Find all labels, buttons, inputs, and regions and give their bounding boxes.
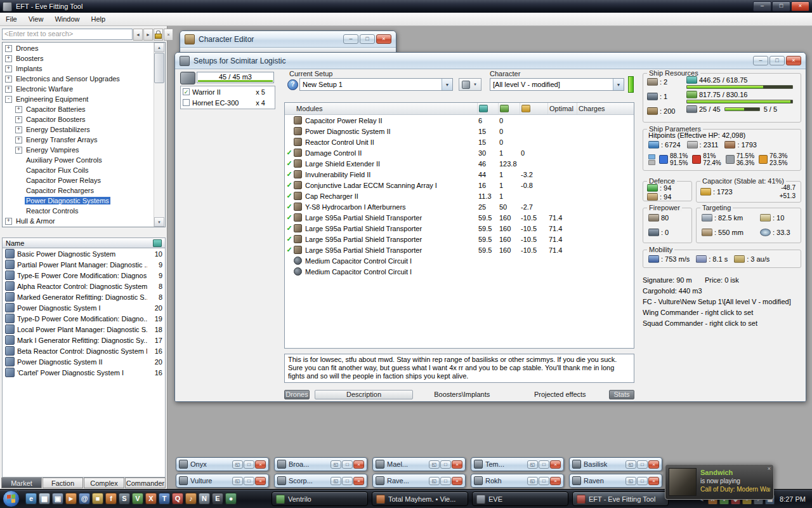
collapse-icon[interactable]: - — [5, 96, 12, 103]
character-editor-titlebar[interactable]: Character Editor – □ × — [180, 31, 396, 48]
steam-icon[interactable]: S — [119, 493, 130, 504]
footer-tab-4[interactable]: Projected effects — [511, 390, 610, 399]
menu-item-file[interactable]: File — [0, 13, 23, 25]
ventrilo-icon[interactable]: V — [132, 493, 143, 504]
restore-button[interactable]: ◱ — [331, 477, 341, 485]
restore-button[interactable]: ◱ — [429, 460, 440, 469]
expand-icon[interactable]: + — [5, 65, 12, 72]
tree-item[interactable]: +Propulsion — [3, 226, 154, 227]
firefox-icon[interactable]: f — [105, 493, 117, 504]
minimize-button[interactable]: – — [753, 56, 768, 65]
module-row[interactable]: Power Diagnostic System II150 — [285, 126, 634, 137]
search-input[interactable]: <Enter text to search> — [2, 29, 133, 40]
list-item[interactable]: Partial Power Plant Manager: Diagnostic … — [3, 259, 165, 270]
fitting-tools-button[interactable]: ▼ — [459, 78, 481, 91]
tree-item[interactable]: +Energy Transfer Arrays — [3, 135, 154, 145]
tree-item[interactable]: +Implants — [3, 64, 154, 74]
tree-item[interactable]: +Hull & Armor — [3, 216, 154, 226]
tab-faction[interactable]: Faction — [43, 478, 83, 488]
module-row[interactable]: ✓Large S95a Partial Shield Transporter59… — [285, 234, 634, 244]
lock-icon[interactable] — [154, 29, 163, 41]
scroll-up-icon[interactable]: ▲ — [154, 43, 164, 52]
maximize-button[interactable]: □ — [637, 477, 648, 485]
maximize-button[interactable]: □ — [342, 477, 353, 485]
tree-item[interactable]: Reactor Controls — [3, 206, 154, 216]
maximize-button[interactable]: □ — [539, 460, 549, 469]
notepad-icon[interactable]: N — [199, 493, 210, 504]
tab-commander[interactable]: Commander — [125, 478, 166, 488]
character-select[interactable]: [All level V - modified] ▼ — [490, 78, 624, 91]
module-row[interactable]: Medium Capacitor Control Circuit I — [285, 255, 634, 266]
tab-market[interactable]: Market — [1, 478, 42, 488]
list-item[interactable]: Marked Generator Refitting: Diagnostic S… — [3, 291, 165, 302]
eve-icon[interactable]: E — [212, 493, 223, 504]
tab-complex[interactable]: Complex — [84, 478, 124, 488]
expand-icon[interactable]: + — [15, 106, 22, 113]
minimized-window[interactable]: Basilisk◱□× — [569, 457, 662, 471]
close-button[interactable]: × — [376, 34, 391, 44]
search-next-button[interactable]: ► — [143, 29, 153, 41]
checkbox[interactable]: ✓ — [183, 88, 190, 95]
show-desktop-icon[interactable]: ▦ — [39, 493, 50, 504]
tree-item[interactable]: +Energy Vampires — [3, 145, 154, 155]
media-player-icon[interactable]: ► — [65, 493, 77, 504]
chevron-down-icon[interactable]: ▼ — [442, 79, 452, 90]
close-button[interactable]: × — [648, 477, 659, 485]
internet-explorer-icon[interactable]: e — [25, 493, 37, 504]
expand-icon[interactable]: + — [5, 55, 12, 62]
tree-item[interactable]: Capacitor Flux Coils — [3, 165, 154, 175]
help-icon[interactable]: ? — [287, 79, 298, 90]
setups-titlebar[interactable]: Setups for Scimitar Logistic – □ × — [175, 53, 806, 69]
expand-icon[interactable]: + — [15, 126, 22, 133]
close-button[interactable]: × — [255, 460, 266, 469]
list-item[interactable]: Basic Power Diagnostic System10 — [3, 248, 165, 259]
restore-button[interactable]: ◱ — [429, 477, 440, 485]
checkbox[interactable] — [183, 99, 190, 106]
task-button[interactable]: Total Mayhem. • Vie... — [372, 491, 468, 506]
close-button[interactable]: × — [452, 477, 462, 485]
minimized-window[interactable]: Tem...◱□× — [471, 457, 564, 471]
module-row[interactable]: ✓Large S95a Partial Shield Transporter59… — [285, 212, 634, 223]
expand-icon[interactable]: + — [5, 45, 12, 52]
list-item[interactable]: Type-E Power Core Modification: Diagnos.… — [3, 270, 165, 281]
tree-item[interactable]: +Electronic Warfare — [3, 84, 154, 94]
list-item[interactable]: Alpha Reactor Control: Diagnostic System… — [3, 281, 165, 291]
close-button[interactable]: × — [353, 460, 364, 469]
maximize-button[interactable]: □ — [440, 477, 451, 485]
browser-icon[interactable]: ● — [225, 493, 237, 504]
tree-scrollbar[interactable]: ▲ ▼ — [154, 43, 165, 227]
footer-tab-1[interactable]: Drones — [284, 390, 310, 399]
tree-item[interactable]: +Energy Destabilizers — [3, 124, 154, 135]
list-item[interactable]: Power Diagnostic System II20 — [3, 356, 165, 367]
task-button[interactable]: EFT - Eve Fitting Tool — [572, 491, 669, 506]
tree-item[interactable]: -Engineering Equipment — [3, 94, 154, 104]
restore-button[interactable]: ◱ — [625, 477, 636, 485]
modules-table-header[interactable]: Modules Optimal Charges — [285, 103, 634, 115]
close-button[interactable]: × — [791, 1, 809, 11]
close-button[interactable]: × — [648, 460, 659, 469]
module-row[interactable]: ✓Conjunctive Ladar ECCM Scanning Array I… — [285, 180, 634, 190]
menu-item-window[interactable]: Window — [49, 13, 85, 25]
menu-item-help[interactable]: Help — [86, 13, 112, 25]
module-row[interactable]: Capacitor Power Relay II60 — [285, 115, 634, 126]
switch-windows-icon[interactable]: ▣ — [52, 493, 63, 504]
search-clear-button[interactable]: × — [164, 29, 173, 41]
minimized-window[interactable]: Rave...◱□× — [372, 474, 466, 488]
xfire-notification[interactable]: × Sandwich is now playing Call of Duty: … — [665, 464, 774, 500]
tree-item[interactable]: +Electronics and Sensor Upgrades — [3, 74, 154, 84]
tree-item[interactable]: +Boosters — [3, 53, 154, 64]
module-row[interactable]: Reactor Control Unit II150 — [285, 137, 634, 147]
list-item[interactable]: 'Cartel' Power Diagnostic System I16 — [3, 367, 165, 378]
maximize-button[interactable]: □ — [769, 56, 785, 65]
tree-item[interactable]: Auxiliary Power Controls — [3, 155, 154, 165]
notification-close-icon[interactable]: × — [768, 465, 771, 472]
maximize-button[interactable]: □ — [772, 1, 790, 11]
minimized-window[interactable]: Rokh◱□× — [471, 474, 564, 488]
maximize-button[interactable]: □ — [244, 477, 254, 485]
footer-tab-3[interactable]: Boosters\Implants — [413, 390, 511, 399]
restore-button[interactable]: ◱ — [232, 460, 243, 469]
list-item[interactable]: Power Diagnostic System I20 — [3, 302, 165, 313]
wing-commander-line[interactable]: Wing Commander - right click to set — [643, 309, 802, 319]
module-row[interactable]: ✓Large Shield Extender II46123.8 — [285, 158, 634, 169]
minimized-window[interactable]: Onyx◱□× — [176, 457, 269, 471]
